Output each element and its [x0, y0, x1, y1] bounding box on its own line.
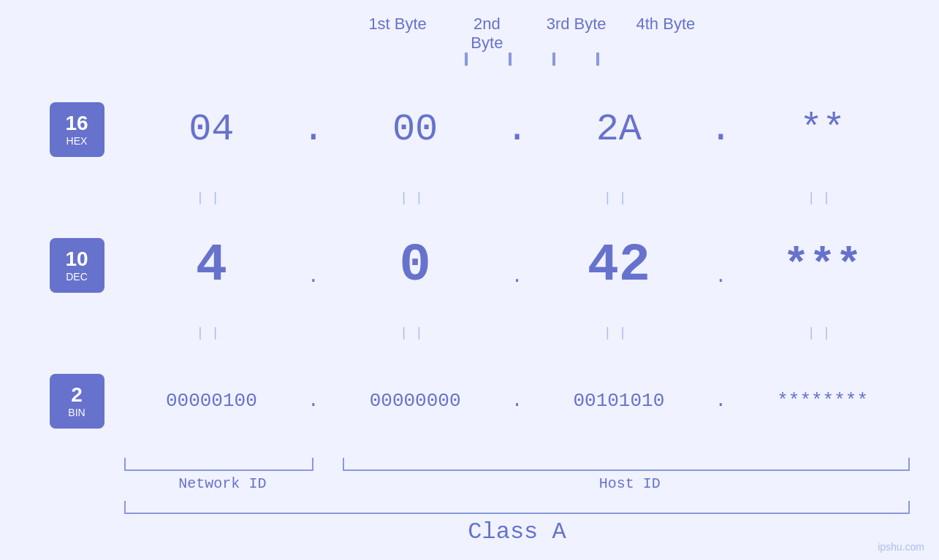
eq2-b1: || [124, 326, 299, 340]
host-id-label: Host ID [350, 475, 910, 492]
bin-values: 00000100 . 00000000 . 00101010 . *******… [124, 390, 910, 412]
bin-b3: 00101010 [532, 390, 707, 412]
bin-dot1: . [299, 390, 328, 412]
header-spacer1 [427, 15, 457, 53]
bin-badge-wrapper: 2 BIN [29, 374, 124, 429]
brace-spacer [430, 53, 459, 66]
eq1-b3: || [532, 191, 707, 205]
label-spacer [321, 475, 350, 492]
brace3 [552, 53, 555, 66]
hex-dot3: . [706, 108, 735, 151]
dec-b1: 4 [124, 236, 299, 296]
hex-badge-num: 16 [65, 112, 88, 135]
brace-spacer3 [517, 53, 547, 66]
brace4 [596, 53, 599, 66]
dec-dot2: . [503, 244, 532, 288]
byte2-header: 2nd Byte [457, 15, 517, 53]
main-container: 1st Byte 2nd Byte 3rd Byte 4th Byte 16 H… [0, 0, 939, 560]
bin-b2: 00000000 [328, 390, 503, 412]
eq1-b2: || [328, 191, 503, 205]
dec-b3: 42 [532, 236, 707, 296]
dec-badge-label: DEC [66, 271, 88, 283]
spacer [338, 15, 368, 53]
bin-row: 2 BIN 00000100 . 00000000 . 00101010 . *… [29, 344, 910, 458]
class-bracket [124, 501, 910, 514]
top-braces [430, 53, 605, 66]
dec-row: 10 DEC 4 . 0 . 42 . *** [29, 209, 910, 323]
host-bracket [343, 458, 910, 471]
hex-row: 16 HEX 04 . 00 . 2A . ** [29, 73, 910, 187]
eq1-b1: || [124, 191, 299, 205]
class-label: Class A [124, 518, 910, 545]
bin-b1: 00000100 [124, 390, 299, 412]
hex-badge-label: HEX [66, 135, 88, 147]
dec-badge-num: 10 [65, 248, 88, 271]
bin-dot2: . [503, 390, 532, 412]
eq2-b4: || [735, 326, 910, 340]
byte4-header: 4th Byte [636, 15, 696, 53]
bin-badge-num: 2 [71, 384, 83, 407]
equals-row2: || || || || [124, 322, 910, 344]
brace2 [509, 53, 512, 66]
equals-row1: || || || || [124, 187, 910, 209]
bin-badge: 2 BIN [50, 374, 104, 429]
dec-b4: *** [735, 241, 910, 291]
brace1 [465, 53, 468, 66]
hex-badge: 16 HEX [50, 102, 104, 157]
bin-b4: ******** [735, 390, 910, 412]
content-wrapper: 16 HEX 04 . 00 . 2A . ** || || || || [29, 73, 910, 458]
hex-badge-wrapper: 16 HEX [29, 102, 124, 157]
hex-b2: 00 [328, 108, 503, 151]
eq1-b4: || [735, 191, 910, 205]
brace-spacer2 [474, 53, 503, 66]
hex-dot1: . [299, 108, 328, 151]
dec-badge: 10 DEC [50, 238, 104, 293]
byte3-header: 3rd Byte [547, 15, 607, 53]
byte-headers-row: 1st Byte 2nd Byte 3rd Byte 4th Byte [338, 15, 696, 53]
watermark: ipshu.com [878, 541, 924, 553]
hex-b3: 2A [532, 108, 707, 151]
header-spacer2 [517, 15, 547, 53]
network-bracket [124, 458, 313, 471]
eq2-b2: || [328, 326, 503, 340]
eq2-b3: || [532, 326, 707, 340]
header-spacer3 [607, 15, 636, 53]
hex-dot2: . [503, 108, 532, 151]
dec-dot3: . [706, 244, 735, 288]
id-labels: Network ID Host ID [124, 475, 910, 492]
dec-b2: 0 [328, 236, 503, 296]
hex-b1: 04 [124, 108, 299, 151]
network-host-brackets [124, 458, 910, 471]
brace-spacer4 [561, 53, 590, 66]
bottom-section: Network ID Host ID Class A [29, 458, 910, 545]
bin-dot3: . [706, 390, 735, 412]
dec-values: 4 . 0 . 42 . *** [124, 236, 910, 296]
byte1-header: 1st Byte [368, 15, 427, 53]
hex-values: 04 . 00 . 2A . ** [124, 108, 910, 151]
network-id-label: Network ID [124, 475, 321, 492]
bin-badge-label: BIN [68, 407, 85, 418]
dec-badge-wrapper: 10 DEC [29, 238, 124, 293]
hex-b4: ** [735, 108, 910, 151]
dec-dot1: . [299, 244, 328, 288]
